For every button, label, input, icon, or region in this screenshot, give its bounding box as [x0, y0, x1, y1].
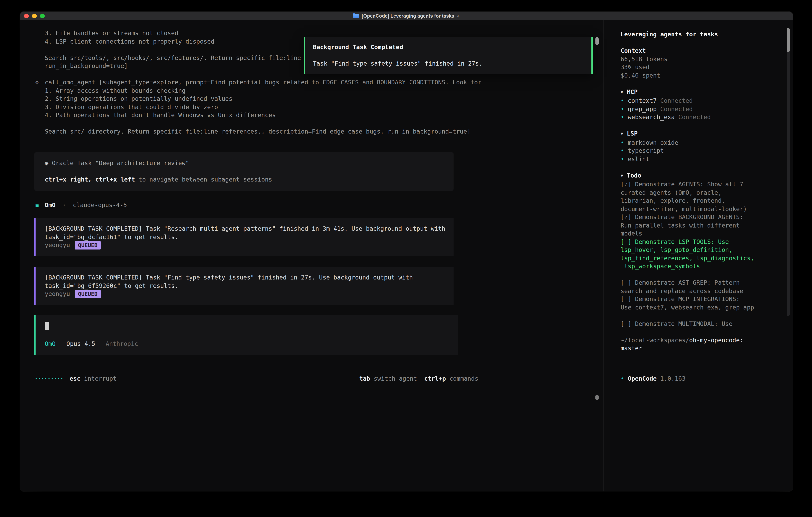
background-task-toast: Background Task Completed Task "Find typ…: [304, 37, 592, 74]
background-task-message: [BACKGROUND TASK COMPLETED] Task "Resear…: [34, 218, 454, 256]
lsp-section-header[interactable]: ▼LSP: [620, 130, 772, 139]
text-cursor: [45, 322, 49, 330]
todo-section-header[interactable]: ▼Todo: [620, 171, 772, 180]
bullet-icon: •: [620, 375, 624, 382]
activity-indicator-icon: ◐: [457, 12, 460, 20]
message-meta: yeongyuQUEUED: [45, 241, 449, 249]
fisheye-icon: ◉: [45, 160, 48, 167]
window-title-text: [OpenCode] Leveraging agents for tasks: [361, 12, 454, 20]
input-model-info: OmOOpus 4.5Anthropic: [45, 340, 449, 348]
status-badge: QUEUED: [75, 241, 101, 249]
tab-key-hint: tab: [359, 375, 370, 382]
lsp-item: •typescript: [620, 147, 772, 155]
lsp-item: •markdown-oxide: [620, 139, 772, 147]
sidebar-scrollbar-track[interactable]: [787, 28, 790, 316]
mcp-item: •grep_appConnected: [620, 105, 772, 113]
opencode-window: [OpenCode] Leveraging agents for tasks ◐…: [20, 11, 793, 491]
separator-dot: ·: [62, 201, 66, 209]
author-name: yeongyu: [45, 290, 70, 298]
agent-model: claude-opus-4-5: [73, 201, 127, 209]
conversation-scroll: 3. File handles or streams not closed 4.…: [34, 29, 473, 354]
todo-item: [ ] Demonstrate MULTIMODAL: Use: [620, 320, 772, 328]
folder-icon: [353, 14, 359, 18]
spinner-dots-icon: ·········: [34, 375, 63, 382]
main-scrollbar-thumb-bottom[interactable]: [596, 394, 599, 400]
todo-item: [ ] Demonstrate MCP INTEGRATIONS: Use co…: [620, 295, 772, 311]
prompt-input[interactable]: OmOOpus 4.5Anthropic: [34, 315, 458, 354]
agent-call-block: ⚙ call_omo_agent [subagent_type=explore,…: [34, 78, 473, 119]
sidebar-scrollbar-thumb[interactable]: [787, 28, 790, 52]
subagent-navigation-hint: ctrl+x right, ctrl+x left to navigate be…: [45, 175, 443, 184]
status-bar: ·········escinterrupt tabswitch agentctr…: [34, 375, 478, 383]
app-version: •OpenCode1.0.163: [620, 375, 686, 383]
author-name: yeongyu: [45, 242, 70, 249]
todo-item: [ ] Demonstrate LSP TOOLS: Use lsp_hover…: [620, 238, 772, 271]
input-line[interactable]: [45, 322, 449, 330]
context-tokens: 66,518 tokens: [620, 55, 772, 63]
toast-title: Background Task Completed: [313, 43, 583, 51]
session-title: Leveraging agents for tasks: [620, 30, 772, 38]
message-meta: yeongyuQUEUED: [45, 290, 449, 298]
todo-item: [✓] Demonstrate AGENTS: Show all 7 curat…: [620, 180, 772, 213]
workspace-path: ~/local-workspaces/oh-my-opencode:master: [620, 336, 772, 352]
status-left: ·········escinterrupt: [34, 375, 116, 383]
message-line: [BACKGROUND TASK COMPLETED] Task "Find t…: [45, 273, 449, 282]
context-header: Context: [620, 47, 772, 55]
todo-item: [ ] Demonstrate AST-GREP: Pattern search…: [620, 279, 772, 295]
esc-key-hint: esc: [70, 375, 81, 382]
desktop: [OpenCode] Leveraging agents for tasks ◐…: [0, 0, 812, 517]
agent-session-header[interactable]: ▣ OmO · claude-opus-4-5: [34, 201, 473, 209]
background-task-message: [BACKGROUND TASK COMPLETED] Task "Find t…: [34, 267, 454, 305]
todo-item: [✓] Demonstrate BACKGROUND AGENTS: Run p…: [620, 213, 772, 238]
agent-icon: ▣: [35, 201, 39, 209]
ctrl-p-key-hint: ctrl+p: [424, 375, 446, 382]
main-scrollbar-thumb[interactable]: [596, 37, 599, 45]
active-agent-label: OmO: [45, 340, 56, 348]
window-titlebar[interactable]: [OpenCode] Leveraging agents for tasks ◐: [20, 11, 793, 20]
oracle-task-title: ◉Oracle Task "Deep architecture review": [45, 159, 443, 167]
window-title: [OpenCode] Leveraging agents for tasks ◐: [20, 11, 793, 20]
mcp-section-header[interactable]: ▼MCP: [620, 88, 772, 97]
bullet-icon: •: [620, 105, 624, 113]
provider-label: Anthropic: [106, 340, 138, 348]
mcp-item: •websearch_exaConnected: [620, 113, 772, 121]
status-badge: QUEUED: [75, 290, 101, 298]
collapse-triangle-icon: ▼: [620, 130, 623, 138]
message-line: task_id="bg_dcfac161" to get results.: [45, 233, 449, 241]
search-instruction-text: Search src/ directory. Return specific f…: [34, 128, 473, 136]
branch-name: master: [620, 345, 642, 352]
bullet-icon: •: [620, 139, 624, 146]
bullet-icon: •: [620, 97, 624, 104]
context-spent: $0.46 spent: [620, 71, 772, 80]
sidebar: Leveraging agents for tasks Context 66,5…: [603, 20, 793, 491]
agent-name: OmO: [45, 201, 56, 209]
status-right: tabswitch agentctrl+pcommands: [359, 375, 478, 383]
context-used: 33% used: [620, 63, 772, 71]
agent-call-text: call_omo_agent [subagent_type=explore, p…: [34, 78, 473, 119]
gear-icon: ⚙: [35, 78, 39, 87]
toast-body: Task "Find type safety issues" finished …: [313, 60, 583, 68]
mcp-item: •context7Connected: [620, 97, 772, 105]
message-line: [BACKGROUND TASK COMPLETED] Task "Resear…: [45, 225, 449, 233]
active-model-label: Opus 4.5: [66, 340, 95, 348]
bullet-icon: •: [620, 147, 624, 154]
bullet-icon: •: [620, 113, 624, 121]
bullet-icon: •: [620, 155, 624, 163]
oracle-task-card[interactable]: ◉Oracle Task "Deep architecture review" …: [34, 152, 454, 191]
collapse-triangle-icon: ▼: [620, 88, 623, 97]
lsp-item: •eslint: [620, 155, 772, 163]
message-line: task_id="bg_6f59260c" to get results.: [45, 282, 449, 290]
collapse-triangle-icon: ▼: [620, 172, 623, 180]
conversation-pane[interactable]: 3. File handles or streams not closed 4.…: [20, 20, 603, 491]
